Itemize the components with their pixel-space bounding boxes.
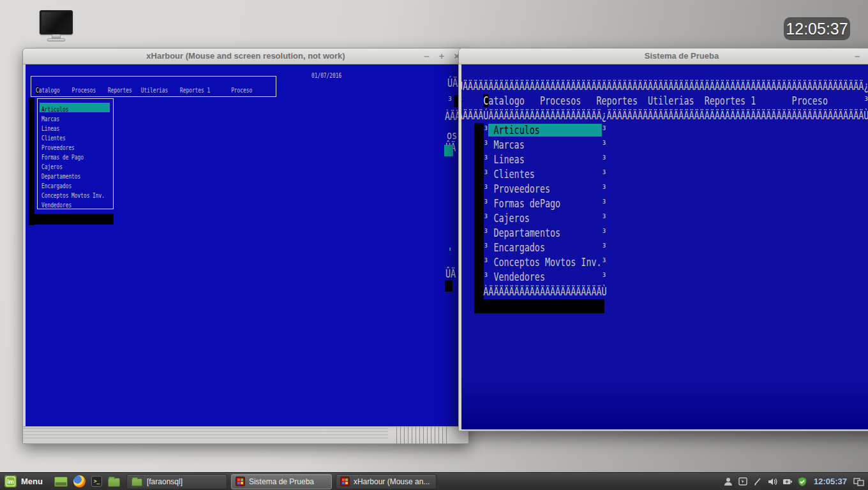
menu-item-encargados[interactable]: ³ Encargados ³ bbox=[461, 241, 607, 255]
taskbar-window-faraonsql[interactable]: [faraonsql] bbox=[126, 474, 227, 489]
window-title: xHarbour (Mouse and screen resolution, n… bbox=[23, 51, 468, 61]
menu-item-formas-depago[interactable]: ³ Formas dePago ³ bbox=[461, 197, 607, 211]
dropdown-shadow bbox=[29, 214, 114, 225]
window-resize-artifacts bbox=[23, 426, 468, 443]
taskbar-clock[interactable]: 12:05:37 bbox=[814, 477, 847, 486]
menu-item-articulos[interactable]: Articulos bbox=[40, 103, 110, 112]
menu-item-cajeros[interactable]: Cajeros bbox=[40, 160, 111, 170]
terminal-icon[interactable]: >_ bbox=[91, 476, 102, 487]
menu-item-vendedores[interactable]: Vendedores bbox=[40, 198, 111, 208]
battery-tray-icon[interactable] bbox=[782, 477, 793, 487]
menu-bar[interactable]: Catalogo Procesos Reportes Utilerias Rep… bbox=[36, 85, 252, 95]
menu-item-conceptos[interactable]: Conceptos Movtos Inv. bbox=[40, 189, 111, 198]
brush-tray-icon[interactable] bbox=[752, 477, 763, 487]
dropdown-menu: Articulos Marcas Lineas Clientes Proveed… bbox=[40, 103, 111, 208]
menu-item-proveedores[interactable]: Proveedores bbox=[40, 141, 111, 151]
taskbar: lm Menu >_ [faraonsql] Sistema de Prueba… bbox=[0, 472, 868, 490]
remote-desktop-tray-icon[interactable] bbox=[738, 477, 748, 487]
screen-artifact bbox=[445, 280, 453, 292]
titlebar-xharbour[interactable]: xHarbour (Mouse and screen resolution, n… bbox=[23, 48, 468, 64]
menu-item-lineas[interactable]: Lineas bbox=[40, 122, 111, 131]
menu-item-clientes[interactable]: ³ Clientes ³ bbox=[461, 167, 607, 182]
screen-artifact: ÛÄ bbox=[445, 267, 456, 281]
titlebar-sistema[interactable]: Sistema de Prueba – bbox=[459, 48, 868, 64]
mint-logo-icon: lm bbox=[4, 475, 17, 487]
wine-app-icon bbox=[236, 477, 245, 486]
window-xharbour: xHarbour (Mouse and screen resolution, n… bbox=[22, 48, 469, 444]
show-desktop-icon[interactable] bbox=[54, 477, 68, 487]
menu-item-departamentos[interactable]: ³ Departamentos ³ bbox=[461, 226, 607, 241]
desktop-icon-computer[interactable] bbox=[40, 10, 73, 40]
menu-item-cajeros[interactable]: ³ Cajeros ³ bbox=[461, 211, 607, 226]
volume-tray-icon[interactable] bbox=[767, 477, 778, 487]
box-border-middle: ÀÄÄÄÄÚÄÄÄÄÄÄÄÄÄÄÄÄÄÄÄÄÄÄÄÄÄÄ¿ÄÄÄÄÄÄÄÄÄÄÄ… bbox=[461, 108, 868, 123]
screen-artifact bbox=[444, 145, 453, 156]
date-display: 01/07/2016 bbox=[311, 71, 341, 80]
dos-screen: 01/07/2016 Catalogo Procesos Reportes Ut… bbox=[26, 64, 467, 427]
menu-item-vendedores[interactable]: ³ Vendedores ³ bbox=[461, 270, 607, 285]
menu-item-articulos[interactable]: ³ Articulos ³ bbox=[461, 123, 607, 138]
desktop-clock-widget: 12:05:37 bbox=[784, 17, 850, 40]
shield-updates-tray-icon[interactable] bbox=[797, 477, 807, 487]
taskbar-window-sistema[interactable]: Sistema de Prueba bbox=[231, 474, 332, 489]
menu-item-departamentos[interactable]: Departamentos bbox=[40, 170, 111, 179]
menu-item-proveedores[interactable]: ³ Proveedores ³ bbox=[461, 182, 607, 197]
menu-label: Menu bbox=[21, 477, 43, 486]
maximize-button[interactable]: + bbox=[438, 50, 444, 62]
menu-item-marcas[interactable]: ³ Marcas ³ bbox=[461, 138, 607, 152]
folder-icon bbox=[131, 478, 142, 486]
computer-monitor-icon bbox=[40, 10, 73, 34]
screen-artifact: ³ bbox=[447, 94, 453, 108]
menu-item-conceptos[interactable]: ³ Conceptos Movtos Inv.³ bbox=[461, 255, 607, 270]
file-manager-icon[interactable] bbox=[108, 478, 120, 487]
user-tray-icon[interactable] bbox=[723, 477, 733, 487]
firefox-icon[interactable] bbox=[73, 475, 86, 487]
wine-app-icon bbox=[340, 477, 350, 486]
menu-item-lineas[interactable]: ³ Lineas ³ bbox=[461, 152, 607, 167]
box-border-bottom: ÀÄÄÄÄÄÄÄÄÄÄÄÄÄÄÄÄÄÄÄÄÄÄÙ bbox=[461, 285, 607, 299]
box-border-top: ÚÄÄÄÄÄÄÄÄÄÄÄÄÄÄÄÄÄÄÄÄÄÄÄÄÄÄÄÄÄÄÄÄÄÄÄÄÄÄÄ… bbox=[461, 79, 868, 94]
workspace-switcher-icon[interactable] bbox=[853, 477, 864, 487]
menu-item-clientes[interactable]: Clientes bbox=[40, 131, 111, 141]
menu-item-formas-de-pago[interactable]: Formas de Pago bbox=[40, 151, 111, 160]
window-title: Sistema de Prueba bbox=[459, 51, 868, 61]
menu-bar[interactable]: ³ Catalogo Procesos Reportes Utilerias R… bbox=[461, 94, 868, 108]
minimize-button[interactable]: – bbox=[424, 50, 429, 62]
menu-item-encargados[interactable]: Encargados bbox=[40, 179, 111, 189]
dropdown-shadow bbox=[29, 98, 34, 225]
menu-item-marcas[interactable]: Marcas bbox=[40, 112, 111, 122]
minimize-button[interactable]: – bbox=[855, 50, 860, 62]
mint-menu-button[interactable]: lm Menu bbox=[0, 473, 49, 490]
dos-screen: ÚÄÄÄÄÄÄÄÄÄÄÄÄÄÄÄÄÄÄÄÄÄÄÄÄÄÄÄÄÄÄÄÄÄÄÄÄÄÄÄ… bbox=[461, 64, 868, 429]
dropdown-shadow bbox=[474, 299, 604, 313]
window-sistema-de-prueba: Sistema de Prueba – ÚÄÄÄÄÄÄÄÄÄÄÄÄÄÄÄÄÄÄÄ… bbox=[458, 48, 868, 431]
taskbar-window-xharbour[interactable]: xHarbour (Mouse an... bbox=[336, 474, 437, 489]
screen-artifact: ' bbox=[447, 245, 453, 260]
